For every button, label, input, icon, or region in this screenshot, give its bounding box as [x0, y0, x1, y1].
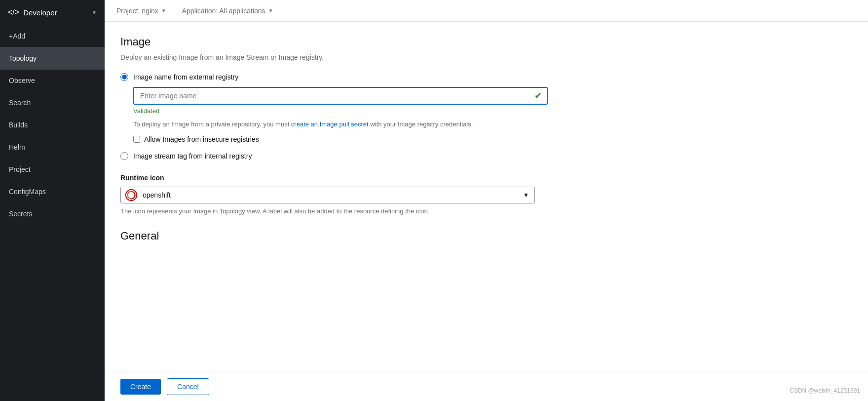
- allow-insecure-label: Allow Images from insecure registries: [144, 135, 259, 143]
- radio-internal-input[interactable]: [120, 152, 128, 160]
- runtime-hint-text: The icon represents your Image in Topolo…: [120, 207, 852, 215]
- sidebar-header-arrow-icon: ▼: [92, 10, 97, 15]
- project-label: Project: nginx: [116, 7, 158, 15]
- sidebar-item-project[interactable]: Project: [0, 159, 105, 181]
- image-source-radio-group: Image name from external registry nginx …: [120, 73, 852, 160]
- sidebar-item-search[interactable]: Search: [0, 92, 105, 114]
- runtime-icon-section: Runtime icon openshift nodejs java: [120, 174, 852, 215]
- sidebar-header[interactable]: </> Developer ▼: [0, 0, 105, 25]
- create-button[interactable]: Create: [120, 379, 161, 395]
- validated-status: Validated: [133, 107, 852, 115]
- application-dropdown-icon: ▼: [268, 8, 273, 13]
- image-input-wrapper: nginx ✔: [133, 87, 548, 105]
- cancel-button[interactable]: Cancel: [167, 378, 209, 395]
- application-selector[interactable]: Application: All applications ▼: [182, 7, 273, 15]
- private-repo-text-after: with your Image registry credentials.: [369, 120, 473, 128]
- form-action-bar: Create Cancel: [105, 372, 868, 401]
- radio-external-option[interactable]: Image name from external registry: [120, 73, 852, 81]
- sidebar-item-builds[interactable]: Builds: [0, 114, 105, 136]
- private-repo-text-before: To deploy an Image from a private reposi…: [133, 120, 291, 128]
- sidebar-item-secrets[interactable]: Secrets: [0, 203, 105, 225]
- project-dropdown-icon: ▼: [161, 8, 166, 13]
- create-pull-secret-link[interactable]: create an Image pull secret: [291, 120, 369, 128]
- developer-icon: </>: [8, 8, 19, 17]
- project-selector[interactable]: Project: nginx ▼: [116, 7, 166, 15]
- sidebar-title: Developer: [23, 8, 57, 17]
- image-section-description: Deploy an existing Image from an Image S…: [120, 53, 852, 61]
- application-label: Application: All applications: [182, 7, 265, 15]
- radio-internal-label: Image stream tag from internal registry: [133, 152, 252, 160]
- radio-external-label: Image name from external registry: [133, 73, 238, 81]
- allow-insecure-checkbox[interactable]: [133, 136, 140, 143]
- image-name-input[interactable]: nginx: [133, 87, 548, 105]
- add-button[interactable]: +Add: [0, 25, 105, 47]
- radio-internal-option[interactable]: Image stream tag from internal registry: [120, 152, 852, 160]
- content-area: Image Deploy an existing Image from an I…: [105, 22, 868, 401]
- validated-check-icon: ✔: [534, 90, 542, 101]
- image-section-title: Image: [120, 36, 852, 48]
- runtime-icon-title: Runtime icon: [120, 174, 852, 182]
- general-section-title: General: [120, 230, 852, 242]
- allow-insecure-checkbox-row[interactable]: Allow Images from insecure registries: [133, 135, 852, 143]
- sidebar-item-topology[interactable]: Topology: [0, 47, 105, 70]
- sidebar: </> Developer ▼ +Add Topology Observe Se…: [0, 0, 105, 401]
- runtime-select-wrapper: openshift nodejs java ▼: [120, 187, 535, 203]
- sidebar-item-helm[interactable]: Helm: [0, 136, 105, 159]
- image-input-area: nginx ✔ Validated To deploy an Image fro…: [133, 87, 852, 143]
- private-repo-description: To deploy an Image from a private reposi…: [133, 120, 538, 129]
- main-area: Project: nginx ▼ Application: All applic…: [105, 0, 868, 401]
- sidebar-item-observe[interactable]: Observe: [0, 70, 105, 92]
- sidebar-item-configmaps[interactable]: ConfigMaps: [0, 181, 105, 203]
- topbar: Project: nginx ▼ Application: All applic…: [105, 0, 868, 22]
- watermark-text: CSDN @weixin_41251391: [790, 387, 860, 394]
- runtime-icon-select[interactable]: openshift nodejs java: [120, 187, 535, 203]
- radio-external-input[interactable]: [120, 73, 128, 81]
